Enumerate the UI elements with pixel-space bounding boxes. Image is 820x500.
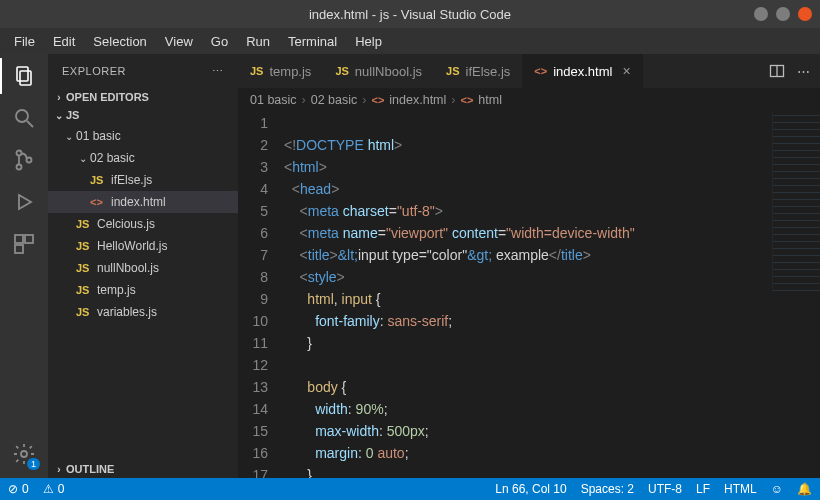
menubar: File Edit Selection View Go Run Terminal… [0,28,820,54]
status-warnings[interactable]: ⚠0 [43,482,65,496]
status-encoding[interactable]: UTF-8 [648,482,682,496]
code-editor[interactable]: 12345678910111213141516171819 <!DOCTYPE … [238,112,820,478]
statusbar: ⊘0 ⚠0 Ln 66, Col 10 Spaces: 2 UTF-8 LF H… [0,478,820,500]
file-celcious[interactable]: JSCelcious.js [48,213,238,235]
minimap[interactable] [772,112,820,292]
svg-rect-8 [15,235,23,243]
menu-selection[interactable]: Selection [85,32,154,51]
open-editors-section[interactable]: ›OPEN EDITORS [48,88,238,106]
workspace-section[interactable]: ⌄JS [48,106,238,124]
menu-edit[interactable]: Edit [45,32,83,51]
file-tree: ⌄01 basic ⌄02 basic JSifElse.js <>index.… [48,124,238,324]
outline-section[interactable]: ›OUTLINE [48,460,238,478]
svg-marker-7 [19,195,31,209]
status-eol[interactable]: LF [696,482,710,496]
code-body[interactable]: <!DOCTYPE html> <html> <head> <meta char… [284,112,820,478]
status-spaces[interactable]: Spaces: 2 [581,482,634,496]
source-control-icon[interactable] [10,146,38,174]
menu-file[interactable]: File [6,32,43,51]
sidebar-title: EXPLORER ⋯ [48,54,238,88]
tab-temp[interactable]: JStemp.js [238,54,323,88]
menu-go[interactable]: Go [203,32,236,51]
activity-bar: 1 [0,54,48,478]
file-index-html[interactable]: <>index.html [48,191,238,213]
svg-rect-1 [20,71,31,85]
file-helloworld[interactable]: JSHelloWorld.js [48,235,238,257]
tab-index-html[interactable]: <>index.html× [522,54,642,88]
tab-nullnbool[interactable]: JSnullNbool.js [323,54,434,88]
file-nullnbool[interactable]: JSnullNbool.js [48,257,238,279]
close-icon[interactable]: × [622,63,630,79]
svg-point-4 [17,151,22,156]
editor-more-icon[interactable]: ⋯ [797,64,810,79]
file-ifelse[interactable]: JSifElse.js [48,169,238,191]
file-temp[interactable]: JStemp.js [48,279,238,301]
feedback-icon[interactable]: ☺ [771,482,783,496]
sidebar: EXPLORER ⋯ ›OPEN EDITORS ⌄JS ⌄01 basic ⌄… [48,54,238,478]
status-errors[interactable]: ⊘0 [8,482,29,496]
sidebar-more-icon[interactable]: ⋯ [212,65,224,78]
line-gutter: 12345678910111213141516171819 [238,112,284,478]
menu-terminal[interactable]: Terminal [280,32,345,51]
folder-02-basic[interactable]: ⌄02 basic [48,147,238,169]
main-area: 1 EXPLORER ⋯ ›OPEN EDITORS ⌄JS ⌄01 basic… [0,54,820,478]
search-icon[interactable] [10,104,38,132]
split-editor-icon[interactable] [769,63,785,79]
window-controls [754,7,812,21]
status-lncol[interactable]: Ln 66, Col 10 [495,482,566,496]
settings-gear-icon[interactable]: 1 [10,440,38,468]
svg-rect-9 [25,235,33,243]
svg-line-3 [27,121,33,127]
menu-run[interactable]: Run [238,32,278,51]
svg-rect-10 [15,245,23,253]
menu-help[interactable]: Help [347,32,390,51]
window-maximize-button[interactable] [776,7,790,21]
window-title: index.html - js - Visual Studio Code [8,7,812,22]
settings-badge: 1 [27,458,40,470]
editor-area: JStemp.js JSnullNbool.js JSifElse.js <>i… [238,54,820,478]
tab-ifelse[interactable]: JSifElse.js [434,54,522,88]
titlebar: index.html - js - Visual Studio Code [0,0,820,28]
status-language[interactable]: HTML [724,482,757,496]
svg-point-2 [16,110,28,122]
explorer-icon[interactable] [10,62,38,90]
run-debug-icon[interactable] [10,188,38,216]
file-variables[interactable]: JSvariables.js [48,301,238,323]
folder-01-basic[interactable]: ⌄01 basic [48,125,238,147]
notifications-icon[interactable]: 🔔 [797,482,812,496]
window-close-button[interactable] [798,7,812,21]
menu-view[interactable]: View [157,32,201,51]
breadcrumb[interactable]: 01 basic› 02 basic› <>index.html› <>html [238,88,820,112]
editor-tabs: JStemp.js JSnullNbool.js JSifElse.js <>i… [238,54,820,88]
extensions-icon[interactable] [10,230,38,258]
warning-icon: ⚠ [43,482,54,496]
svg-point-5 [17,165,22,170]
error-icon: ⊘ [8,482,18,496]
svg-point-11 [21,451,27,457]
svg-rect-0 [17,67,28,81]
window-minimize-button[interactable] [754,7,768,21]
